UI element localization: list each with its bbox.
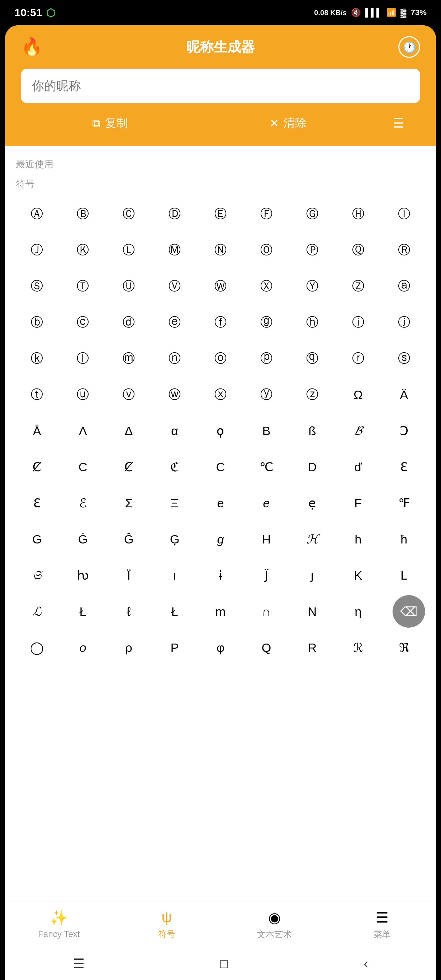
- symbol-item[interactable]: Ĝ: [108, 523, 150, 555]
- symbol-item[interactable]: Ⓐ: [16, 198, 58, 230]
- symbol-item[interactable]: ⓘ: [337, 306, 379, 339]
- symbol-item[interactable]: Ⓟ: [291, 234, 333, 266]
- symbol-item[interactable]: ħ: [383, 523, 425, 555]
- symbol-item[interactable]: Ⓠ: [337, 234, 379, 266]
- tab-menu[interactable]: ☰ 菜单: [357, 909, 408, 940]
- symbol-item[interactable]: Ⓛ: [108, 234, 150, 266]
- symbol-item[interactable]: ⓔ: [154, 306, 196, 339]
- symbol-item[interactable]: Ä: [383, 378, 425, 411]
- symbol-item[interactable]: Ⓧ: [245, 270, 287, 302]
- symbol-item[interactable]: Ⓩ: [337, 270, 379, 302]
- symbol-item[interactable]: ⓣ: [16, 378, 58, 411]
- symbol-item[interactable]: ⓟ: [245, 342, 287, 375]
- symbol-item[interactable]: ℒ: [16, 595, 58, 628]
- symbol-item[interactable]: Ï: [108, 559, 150, 592]
- symbol-item[interactable]: Å: [16, 414, 58, 447]
- symbol-item[interactable]: ℛ: [337, 631, 379, 664]
- symbol-item[interactable]: ℰ: [62, 487, 104, 519]
- symbol-item[interactable]: ⓩ: [291, 378, 333, 411]
- symbol-item[interactable]: Ⓘ: [383, 198, 425, 230]
- symbol-item[interactable]: φ: [199, 631, 242, 664]
- symbol-item[interactable]: m: [199, 595, 242, 628]
- symbol-item[interactable]: G: [16, 523, 58, 555]
- symbol-item[interactable]: C: [199, 450, 242, 483]
- symbol-item[interactable]: ℃: [245, 450, 287, 483]
- symbol-item[interactable]: Ⓡ: [383, 234, 425, 266]
- symbol-item[interactable]: Ȼ: [108, 450, 150, 483]
- symbol-item[interactable]: ⓕ: [199, 306, 242, 339]
- symbol-item[interactable]: D: [291, 450, 333, 483]
- symbol-item[interactable]: e: [245, 487, 287, 519]
- symbol-item[interactable]: N: [291, 595, 333, 628]
- symbol-item[interactable]: ď: [337, 450, 379, 483]
- symbol-item[interactable]: ⓤ: [62, 378, 104, 411]
- symbol-item[interactable]: ⓖ: [245, 306, 287, 339]
- symbol-item[interactable]: Ω: [337, 378, 379, 411]
- symbol-item[interactable]: ⓠ: [291, 342, 333, 375]
- symbol-item[interactable]: ⓡ: [337, 342, 379, 375]
- symbol-item[interactable]: Ȼ: [16, 450, 58, 483]
- symbol-item[interactable]: F: [337, 487, 379, 519]
- symbol-item[interactable]: Λ: [62, 414, 104, 447]
- menu-button[interactable]: ☰: [377, 110, 420, 137]
- symbol-item[interactable]: ℓ: [108, 595, 150, 628]
- symbol-item[interactable]: ȷ: [291, 559, 333, 592]
- symbol-item[interactable]: ⓝ: [154, 342, 196, 375]
- symbol-item[interactable]: J̈: [245, 559, 287, 592]
- tab-fancy-text[interactable]: ✨ Fancy Text: [33, 909, 84, 940]
- symbol-item[interactable]: Ⓖ: [291, 198, 333, 230]
- symbol-item[interactable]: ∩: [245, 595, 287, 628]
- nav-back-button[interactable]: ‹: [364, 956, 368, 971]
- symbol-item[interactable]: Ⓥ: [154, 270, 196, 302]
- symbol-item[interactable]: Ɛ: [16, 487, 58, 519]
- symbol-item[interactable]: Ξ: [154, 487, 196, 519]
- symbol-item[interactable]: Ⓒ: [108, 198, 150, 230]
- symbol-item[interactable]: Ⓦ: [199, 270, 242, 302]
- symbol-item[interactable]: ⓢ: [383, 342, 425, 375]
- symbol-item[interactable]: Ⓗ: [337, 198, 379, 230]
- symbol-item[interactable]: ı: [154, 559, 196, 592]
- symbol-item[interactable]: Q: [245, 631, 287, 664]
- symbol-item[interactable]: Ⓚ: [62, 234, 104, 266]
- symbol-item[interactable]: g: [199, 523, 242, 555]
- symbol-item[interactable]: Ⓕ: [245, 198, 287, 230]
- symbol-item[interactable]: ⓨ: [245, 378, 287, 411]
- symbol-item[interactable]: Σ: [108, 487, 150, 519]
- symbol-item[interactable]: ɨ: [199, 559, 242, 592]
- symbol-item[interactable]: Ġ: [62, 523, 104, 555]
- symbol-item[interactable]: ℭ: [154, 450, 196, 483]
- symbol-item[interactable]: P: [154, 631, 196, 664]
- symbol-item[interactable]: o: [62, 631, 104, 664]
- symbol-item[interactable]: С: [62, 450, 104, 483]
- symbol-item[interactable]: Ͻ: [383, 414, 425, 447]
- symbol-item[interactable]: ⓥ: [108, 378, 150, 411]
- symbol-item[interactable]: ⓙ: [383, 306, 425, 339]
- symbol-item[interactable]: Ⓞ: [245, 234, 287, 266]
- tab-text-art[interactable]: ◉ 文本艺术: [249, 909, 300, 940]
- symbol-item[interactable]: Ⓨ: [291, 270, 333, 302]
- nickname-input[interactable]: [32, 79, 409, 93]
- clear-button[interactable]: ✕ 清除: [199, 110, 377, 137]
- symbol-item[interactable]: ⓜ: [108, 342, 150, 375]
- tab-symbol[interactable]: ψ 符号: [141, 909, 192, 940]
- symbol-item[interactable]: L: [383, 559, 425, 592]
- symbol-item[interactable]: R: [291, 631, 333, 664]
- symbol-item[interactable]: Ⓝ: [199, 234, 242, 266]
- symbol-item[interactable]: Ⓓ: [154, 198, 196, 230]
- symbol-item[interactable]: ⓛ: [62, 342, 104, 375]
- symbol-item[interactable]: Ⓤ: [108, 270, 150, 302]
- symbol-item[interactable]: ⓚ: [16, 342, 58, 375]
- symbol-item[interactable]: ρ: [108, 631, 150, 664]
- symbol-item[interactable]: ℋ: [291, 523, 333, 555]
- symbol-item[interactable]: ◯: [16, 631, 58, 664]
- history-button[interactable]: 🕐: [398, 36, 420, 58]
- copy-button[interactable]: ⧉ 复制: [21, 110, 199, 137]
- symbol-item[interactable]: ẹ: [291, 487, 333, 519]
- symbol-item[interactable]: Ɛ: [383, 450, 425, 483]
- symbol-item[interactable]: Ģ: [154, 523, 196, 555]
- symbol-item[interactable]: ⓦ: [154, 378, 196, 411]
- symbol-item[interactable]: Ⓣ: [62, 270, 104, 302]
- symbol-item[interactable]: ⓗ: [291, 306, 333, 339]
- nav-home-button[interactable]: □: [220, 956, 228, 971]
- symbol-item[interactable]: Ł: [62, 595, 104, 628]
